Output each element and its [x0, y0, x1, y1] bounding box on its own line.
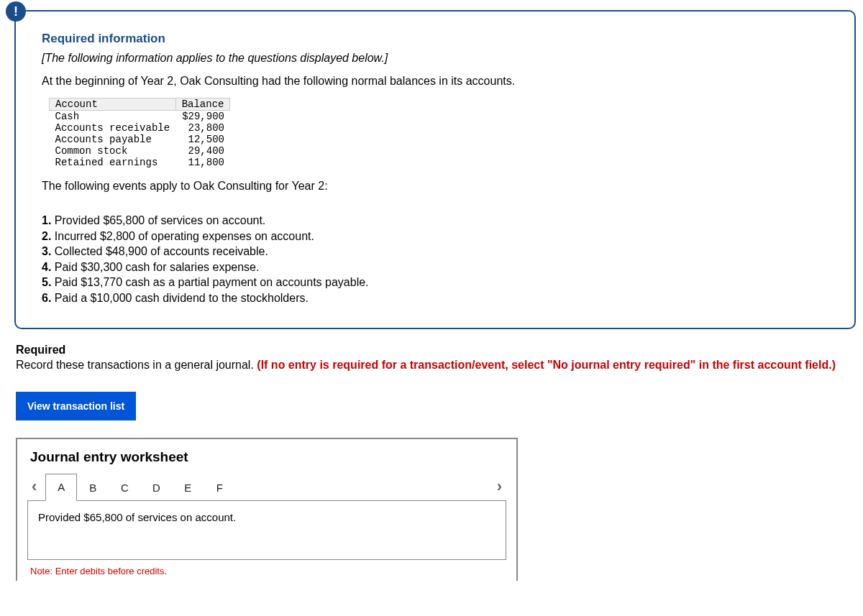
tab-d[interactable]: D	[140, 475, 172, 501]
tab-a[interactable]: A	[45, 474, 77, 501]
worksheet-tab-row: ‹ A B C D E F ›	[17, 472, 516, 501]
event-item: 2. Incurred $2,800 of operating expenses…	[42, 229, 828, 244]
tab-e[interactable]: E	[172, 475, 204, 501]
worksheet-title: Journal entry worksheet	[17, 449, 516, 472]
tab-c[interactable]: C	[109, 475, 140, 501]
event-text: Paid a $10,000 cash dividend to the stoc…	[55, 292, 309, 304]
table-row: Accounts receivable 23,800	[50, 122, 230, 134]
table-row: Retained earnings 11,800	[50, 157, 230, 168]
table-row: Cash $29,900	[50, 111, 230, 123]
worksheet-note: Note: Enter debits before credits.	[17, 560, 516, 576]
applies-note: [The following information applies to th…	[42, 52, 828, 65]
event-text: Incurred $2,800 of operating expenses on…	[55, 230, 314, 242]
account-cell: Retained earnings	[50, 157, 176, 168]
balance-cell: $29,900	[175, 111, 230, 123]
account-cell: Common stock	[50, 145, 176, 157]
required-information-panel: ! Required information [The following in…	[14, 10, 856, 329]
journal-entry-worksheet: Journal entry worksheet ‹ A B C D E F › …	[16, 438, 518, 581]
next-tab-button[interactable]: ›	[493, 477, 506, 496]
events-list: 1. Provided $65,800 of services on accou…	[42, 213, 828, 306]
event-text: Paid $30,300 cash for salaries expense.	[55, 261, 260, 273]
event-item: 3. Collected $48,900 of accounts receiva…	[42, 244, 828, 259]
balances-table: Account Balance Cash $29,900 Accounts re…	[49, 98, 230, 168]
account-cell: Accounts payable	[50, 134, 176, 145]
table-row: Accounts payable 12,500	[50, 134, 230, 145]
alert-icon: !	[6, 1, 26, 22]
event-text: Collected $48,900 of accounts receivable…	[55, 245, 268, 257]
events-intro: The following events apply to Oak Consul…	[42, 180, 828, 193]
transaction-description: Provided $65,800 of services on account.	[38, 511, 236, 523]
prev-tab-button[interactable]: ‹	[27, 477, 41, 496]
account-cell: Cash	[50, 111, 176, 123]
event-number: 4.	[42, 261, 51, 273]
event-item: 5. Paid $13,770 cash as a partial paymen…	[42, 275, 828, 290]
event-text: Provided $65,800 of services on account.	[55, 214, 266, 226]
event-item: 4. Paid $30,300 cash for salaries expens…	[42, 259, 828, 275]
event-number: 2.	[42, 230, 51, 242]
narrative-text: At the beginning of Year 2, Oak Consulti…	[42, 75, 828, 88]
table-row: Common stock 29,400	[50, 145, 230, 157]
required-instruction-highlight: (If no entry is required for a transacti…	[257, 359, 836, 371]
balances-header-balance: Balance	[175, 98, 230, 111]
balances-header-account: Account	[50, 98, 176, 111]
view-transaction-list-button[interactable]: View transaction list	[16, 392, 136, 420]
event-number: 1.	[42, 214, 51, 226]
account-cell: Accounts receivable	[50, 122, 176, 134]
tab-f[interactable]: F	[204, 475, 235, 501]
required-label: Required	[16, 342, 856, 358]
required-section: Required Record these transactions in a …	[16, 342, 856, 373]
tab-b[interactable]: B	[77, 475, 109, 501]
event-item: 1. Provided $65,800 of services on accou…	[42, 213, 828, 229]
balance-cell: 12,500	[175, 134, 230, 145]
event-number: 6.	[42, 292, 51, 304]
balance-cell: 11,800	[175, 157, 230, 168]
required-information-heading: Required information	[42, 32, 828, 46]
event-text: Paid $13,770 cash as a partial payment o…	[55, 276, 369, 288]
required-instruction: Record these transactions in a general j…	[16, 359, 257, 371]
worksheet-tab-body: Provided $65,800 of services on account.	[27, 500, 506, 560]
event-number: 3.	[42, 245, 51, 257]
balance-cell: 29,400	[175, 145, 230, 157]
event-item: 6. Paid a $10,000 cash dividend to the s…	[42, 290, 828, 306]
event-number: 5.	[42, 276, 51, 288]
balance-cell: 23,800	[175, 122, 230, 134]
